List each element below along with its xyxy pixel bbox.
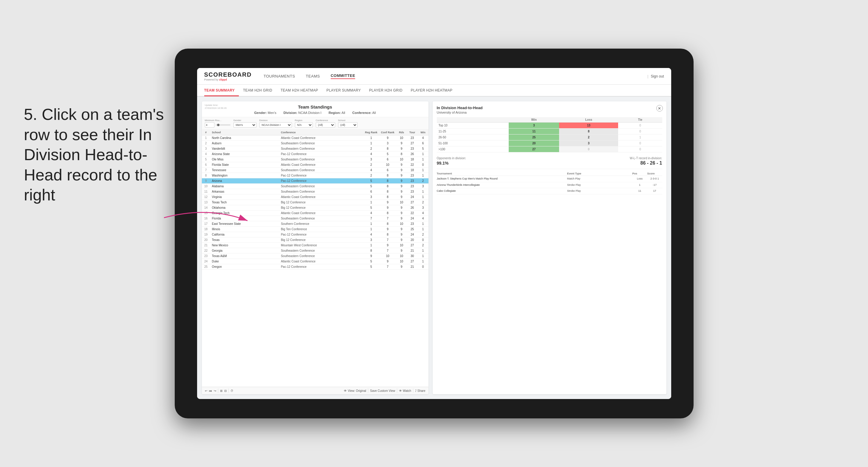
cell-conf-rank: 8 (379, 221, 396, 227)
table-row[interactable]: 23 Texas A&M Southeastern Conference 9 1… (202, 253, 429, 259)
cell-school: East Tennessee State (210, 221, 279, 227)
h2h-col-win: Win (509, 117, 559, 123)
cell-rds: 9 (396, 227, 407, 232)
nav-teams[interactable]: TEAMS (306, 74, 320, 79)
table-row[interactable]: 22 Georgia Southeastern Conference 8 7 9… (202, 248, 429, 253)
table-row[interactable]: 6 Florida State Atlantic Coast Conferenc… (202, 162, 429, 167)
division-select[interactable]: NCAA Division I NCAA Division II NCAA Di… (259, 122, 292, 128)
school-filter-label: School (338, 119, 358, 122)
sign-out-button[interactable]: Sign out (651, 74, 664, 79)
min-rounds-slider[interactable] (216, 124, 230, 126)
tablet-device: SCOREBOARD Powered by clippd TOURNAMENTS… (175, 49, 693, 418)
table-row[interactable]: 7 Tennessee Southeastern Conference 4 6 … (202, 167, 429, 173)
cell-num: 5 (202, 157, 210, 162)
conference-filter-label: Conference (316, 119, 335, 122)
sign-out-area: | Sign out (647, 74, 664, 79)
cell-tour: 23 (407, 173, 418, 178)
cell-conference: Southeastern Conference (279, 167, 363, 173)
table-row[interactable]: 14 Oklahoma Big 12 Conference 5 9 9 26 3 (202, 205, 429, 211)
cell-num: 11 (202, 189, 210, 194)
cell-conf-rank: 8 (379, 184, 396, 189)
table-row[interactable]: 1 North Carolina Atlantic Coast Conferen… (202, 135, 429, 141)
cell-reg-rank: 2 (363, 146, 379, 152)
h2h-close-button[interactable]: ✕ (656, 105, 663, 112)
cell-conference: Southeastern Conference (279, 189, 363, 194)
sub-nav-player-h2h-heatmap[interactable]: PLAYER H2H HEATMAP (407, 85, 457, 96)
table-row[interactable]: 4 Arizona State Pac-12 Conference 4 5 8 … (202, 152, 429, 157)
cell-num: 21 (202, 243, 210, 248)
toolbar-paste[interactable]: ⊟ (224, 389, 227, 393)
cell-rds: 9 (396, 167, 407, 173)
sub-nav-team-summary[interactable]: TEAM SUMMARY (204, 85, 239, 96)
cell-reg-rank: 5 (363, 205, 379, 211)
table-row[interactable]: 24 Duke Atlantic Coast Conference 5 9 10… (202, 259, 429, 264)
tournament-row[interactable]: Cabo Collegiate Stroke Play 11 17 (437, 188, 662, 194)
conference-filter: Conference (All) ACC SEC (316, 119, 335, 128)
table-row[interactable]: 19 California Pac-12 Conference 4 8 9 24… (202, 232, 429, 238)
cell-rds: 9 (396, 178, 407, 184)
table-row[interactable]: 10 Alabama Southeastern Conference 5 8 9… (202, 184, 429, 189)
cell-conference: Southeastern Conference (279, 146, 363, 152)
toolbar-undo[interactable]: ↩ (205, 389, 207, 393)
table-row[interactable]: 12 Virginia Atlantic Coast Conference 3 … (202, 194, 429, 200)
cell-reg-rank: 8 (363, 248, 379, 253)
min-rounds-input[interactable] (205, 122, 214, 128)
cell-rds: 10 (396, 221, 407, 227)
cell-conf-rank: 9 (379, 205, 396, 211)
cell-tour: 21 (407, 248, 418, 253)
table-row[interactable]: 11 Arkansas Southeastern Conference 6 8 … (202, 189, 429, 194)
toolbar-redo[interactable]: ↪ (214, 389, 216, 393)
tournament-event-type: Stroke Play (567, 183, 632, 186)
cell-tour: 23 (407, 221, 418, 227)
cell-num: 12 (202, 194, 210, 200)
toolbar-save-custom[interactable]: Save Custom View (370, 389, 395, 393)
cell-num: 19 (202, 232, 210, 238)
cell-conference: Big 12 Conference (279, 205, 363, 211)
cell-school: Alabama (210, 184, 279, 189)
conference-select[interactable]: (All) ACC SEC (316, 122, 335, 128)
sub-nav-player-h2h-grid[interactable]: PLAYER H2H GRID (365, 85, 407, 96)
tournament-row[interactable]: Arizona Thunderbirds Intercollegiate Str… (437, 182, 662, 188)
table-row[interactable]: 16 Florida Southeastern Conference 7 7 9… (202, 216, 429, 221)
gender-select[interactable]: Men's Women's (234, 122, 256, 128)
table-row[interactable]: 9 Arizona Pac-12 Conference 5 8 9 23 2 (202, 178, 429, 184)
table-row[interactable]: 8 Washington Pac-12 Conference 2 8 9 23 … (202, 173, 429, 178)
toolbar-share[interactable]: ⤴ Share (415, 389, 425, 393)
region-select[interactable]: N/A All (295, 122, 313, 128)
table-row[interactable]: 20 Texas Big 12 Conference 3 7 9 20 0 (202, 238, 429, 243)
sub-nav-player-summary[interactable]: PLAYER SUMMARY (322, 85, 365, 96)
table-row[interactable]: 3 Vanderbilt Southeastern Conference 2 8… (202, 146, 429, 152)
h2h-col-loss: Loss (559, 117, 618, 123)
logo: SCOREBOARD Powered by clippd (204, 71, 252, 81)
table-row[interactable]: 25 Oregon Pac-12 Conference 5 7 9 21 0 (202, 264, 429, 270)
table-row[interactable]: 5 Ole Miss Southeastern Conference 3 6 1… (202, 157, 429, 162)
toolbar-step-back[interactable]: ⏮ (209, 389, 212, 393)
toolbar-view-original[interactable]: 👁 View: Original (344, 389, 366, 393)
cell-num: 24 (202, 259, 210, 264)
cell-tour: 18 (407, 157, 418, 162)
school-select[interactable]: (All) (338, 122, 358, 128)
table-row[interactable]: 18 Illinois Big Ten Conference 1 9 9 25 … (202, 227, 429, 232)
cell-rds: 9 (396, 216, 407, 221)
cell-conf-rank: 8 (379, 211, 396, 216)
table-row[interactable]: 2 Auburn Southeastern Conference 1 3 9 2… (202, 141, 429, 146)
nav-tournaments[interactable]: TOURNAMENTS (264, 74, 295, 79)
sub-nav-team-h2h-grid[interactable]: TEAM H2H GRID (239, 85, 276, 96)
sub-nav-team-h2h-heatmap[interactable]: TEAM H2H HEATMAP (276, 85, 322, 96)
table-row[interactable]: 21 New Mexico Mountain West Conference 1… (202, 243, 429, 248)
cell-conference: Atlantic Coast Conference (279, 211, 363, 216)
table-row[interactable]: 13 Texas Tech Big 12 Conference 1 9 10 2… (202, 200, 429, 205)
eye-icon: 👁 (344, 389, 347, 393)
toolbar-watch[interactable]: 👁 Watch (399, 389, 411, 393)
table-row[interactable]: 17 East Tennessee State Southern Confere… (202, 221, 429, 227)
standings-table: # School Conference Reg Rank Conf Rank R… (202, 130, 429, 270)
toolbar-copy[interactable]: ⊞ (220, 389, 222, 393)
opponents-pct: 99.1% (437, 161, 449, 165)
toolbar-clock[interactable]: ⏱ (230, 389, 234, 393)
table-row[interactable]: 15 Georgia Tech Atlantic Coast Conferenc… (202, 211, 429, 216)
cell-school: Arizona (210, 178, 279, 184)
nav-committee[interactable]: COMMITTEE (331, 73, 355, 79)
filters-row: Minimum Rou... Gender Men's (202, 117, 429, 130)
cell-conf-rank: 10 (379, 162, 396, 167)
tournament-row[interactable]: Jackson T. Stephens Cup Men's Match Play… (437, 176, 662, 182)
